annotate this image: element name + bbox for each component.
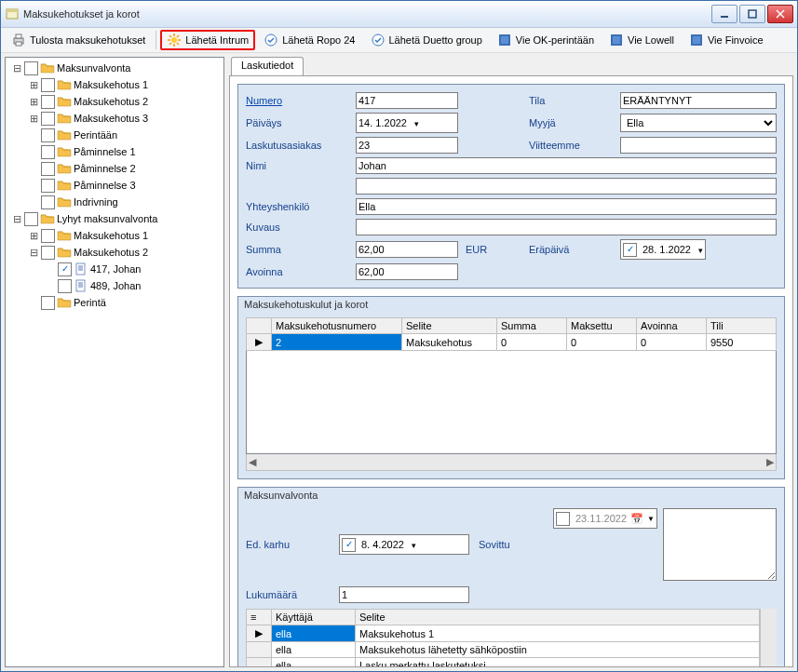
label-numero[interactable]: Numero (246, 95, 348, 106)
tree-expander[interactable]: ⊞ (26, 113, 41, 125)
minimize-button[interactable] (711, 5, 737, 23)
tree-checkbox[interactable] (41, 128, 55, 142)
checkbox-edkarhu[interactable] (342, 538, 356, 552)
input-summa[interactable] (356, 241, 458, 258)
table-header[interactable]: Selite (356, 610, 760, 625)
tree-node[interactable]: Indrivning (6, 194, 223, 210)
input-numero[interactable] (356, 92, 458, 109)
log-table[interactable]: ≡KäyttäjäSelite ▶ellaMaksukehotus 1ellaM… (246, 609, 760, 667)
toolbar-finv-button[interactable]: Vie Finvoice (683, 30, 770, 50)
tree-node[interactable]: ⊞Maksukehotus 1 (6, 76, 223, 93)
tree-checkbox[interactable] (41, 229, 55, 243)
cell[interactable]: ella (272, 642, 356, 658)
table-row[interactable]: ellaMaksukehotus lähetetty sähköpostiin (247, 642, 760, 658)
tree-checkbox[interactable] (58, 262, 72, 276)
date-sovittu[interactable]: 23.11.2022📅▼ (553, 508, 657, 529)
maximize-button[interactable] (739, 5, 765, 23)
tree-checkbox[interactable] (41, 145, 55, 159)
table-header[interactable]: Selite (402, 318, 497, 334)
date-erapaiva[interactable]: 28. 1.2022 (620, 239, 706, 260)
tree-node[interactable]: Perintään (6, 127, 223, 143)
table-header[interactable]: Tili (707, 318, 777, 334)
input-nimi2[interactable] (356, 178, 777, 195)
tree-node[interactable]: ⊞Maksukehotus 3 (6, 110, 223, 127)
input-avoinna[interactable] (356, 263, 458, 280)
table-menu-header[interactable]: ≡ (247, 610, 272, 625)
tree-node[interactable]: ⊟Lyhyt maksunvalvonta (6, 210, 223, 227)
cell[interactable]: 0 (567, 334, 637, 351)
tree-node[interactable]: Påminnelse 3 (6, 177, 223, 194)
kulut-table[interactable]: MaksukehotusnumeroSeliteSummaMaksettuAvo… (246, 317, 777, 351)
input-yhteyshenkilo[interactable] (356, 198, 777, 215)
table-row[interactable]: ▶2Maksukehotus0009550 (247, 334, 777, 351)
toolbar-ropo-button[interactable]: Lähetä Ropo 24 (257, 30, 361, 50)
tree-node[interactable]: Perintä (6, 294, 223, 311)
tree-view[interactable]: ⊟Maksunvalvonta⊞Maksukehotus 1⊞Maksukeho… (5, 57, 224, 667)
cell[interactable]: Maksukehotus 1 (356, 625, 760, 642)
table-header[interactable]: Maksukehotusnumero (272, 318, 402, 334)
tree-node[interactable]: ⊟Maksukehotus 2 (6, 244, 223, 261)
table-row[interactable]: ▶ellaMaksukehotus 1 (247, 625, 760, 642)
memo-sovittu[interactable] (663, 508, 777, 581)
tree-expander[interactable]: ⊟ (26, 247, 41, 259)
tree-checkbox[interactable] (41, 246, 55, 260)
checkbox-sovittu[interactable] (556, 512, 570, 526)
toolbar-duetto-button[interactable]: Lähetä Duetto group (364, 30, 489, 50)
cell[interactable]: 0 (637, 334, 707, 351)
cell[interactable]: Maksukehotus (402, 334, 497, 351)
cell[interactable]: 9550 (707, 334, 777, 351)
toolbar-intrum-button[interactable]: Lähetä Intrum (160, 30, 255, 50)
table-header[interactable]: Avoinna (637, 318, 707, 334)
tree-checkbox[interactable] (24, 212, 38, 226)
tree-node[interactable]: ⊞Maksukehotus 2 (6, 93, 223, 110)
toolbar-ok-button[interactable]: Vie OK-perintään (491, 30, 601, 50)
tree-checkbox[interactable] (41, 195, 55, 209)
select-myyja[interactable]: Ella (620, 114, 777, 132)
tree-node[interactable]: 417, Johan (6, 261, 223, 277)
tab-laskutiedot[interactable]: Laskutiedot (231, 57, 304, 75)
tree-checkbox[interactable] (58, 279, 72, 293)
cell[interactable]: Lasku merkattu laskutetuksi. (356, 658, 760, 668)
table-header[interactable]: Maksettu (567, 318, 637, 334)
tree-node[interactable]: ⊟Maksunvalvonta (6, 60, 223, 76)
table-row[interactable]: ellaLasku merkattu laskutetuksi. (247, 658, 760, 668)
tree-checkbox[interactable] (41, 296, 55, 310)
tree-expander[interactable]: ⊟ (9, 62, 24, 74)
table-header[interactable] (247, 318, 272, 334)
date-edkarhu[interactable]: 8. 4.2022 (339, 534, 469, 555)
log-vscroll[interactable] (760, 609, 777, 667)
input-lukumaara[interactable] (339, 586, 469, 603)
input-viitteemme[interactable] (620, 137, 777, 154)
tree-checkbox[interactable] (41, 162, 55, 176)
table-header[interactable]: Summa (497, 318, 567, 334)
input-nimi[interactable] (356, 157, 777, 174)
close-button[interactable] (767, 5, 793, 23)
calendar-icon[interactable]: 📅 (630, 513, 643, 525)
tree-checkbox[interactable] (41, 179, 55, 193)
tree-checkbox[interactable] (24, 61, 38, 75)
toolbar-print-button[interactable]: Tulosta maksukehotukset (5, 30, 152, 50)
cell[interactable]: 2 (272, 334, 402, 351)
cell[interactable]: 0 (497, 334, 567, 351)
tree-checkbox[interactable] (41, 95, 55, 109)
tree-node[interactable]: Påminnelse 2 (6, 160, 223, 177)
tree-node[interactable]: 489, Johan (6, 277, 223, 294)
tree-expander[interactable]: ⊞ (26, 79, 41, 91)
tree-expander[interactable]: ⊟ (9, 213, 24, 225)
tree-expander[interactable]: ⊞ (26, 230, 41, 242)
tree-node[interactable]: ⊞Maksukehotus 1 (6, 227, 223, 244)
input-kuvaus[interactable] (356, 219, 777, 235)
input-laskutusasiakas[interactable] (356, 137, 458, 154)
checkbox-erapaiva[interactable] (623, 243, 637, 257)
table-header[interactable]: Käyttäjä (272, 610, 356, 625)
kulut-hscroll[interactable]: ◀▶ (246, 454, 777, 471)
date-paivays[interactable]: 14. 1.2022 (356, 113, 458, 133)
tree-checkbox[interactable] (41, 78, 55, 92)
cell[interactable]: ella (272, 625, 356, 642)
tree-node[interactable]: Påminnelse 1 (6, 143, 223, 160)
cell[interactable]: ella (272, 658, 356, 668)
cell[interactable]: Maksukehotus lähetetty sähköpostiin (356, 642, 760, 658)
toolbar-lowell-button[interactable]: Vie Lowell (602, 30, 681, 50)
tree-checkbox[interactable] (41, 112, 55, 126)
tree-expander[interactable]: ⊞ (26, 96, 41, 108)
